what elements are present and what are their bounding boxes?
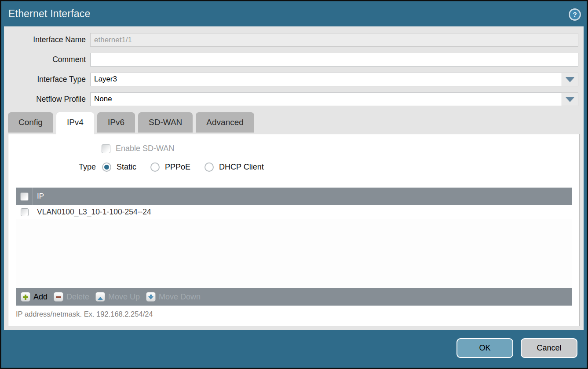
ip-table: IP VLAN0100_L3_10-1-100-254--24 Add xyxy=(16,188,572,306)
dialog-body-panel: Interface Name Comment Interface Type La… xyxy=(4,26,584,330)
chevron-down-icon xyxy=(566,77,574,82)
interface-type-row: Interface Type Layer3 xyxy=(4,73,578,86)
move-up-button-label: Move Up xyxy=(108,292,140,302)
tab-ipv4[interactable]: IPv4 xyxy=(56,112,94,136)
add-button-label: Add xyxy=(33,292,47,302)
row-checkbox[interactable] xyxy=(21,208,29,216)
interface-type-label: Interface Type xyxy=(4,75,90,84)
tab-ipv6[interactable]: IPv6 xyxy=(97,112,135,133)
plus-icon xyxy=(21,292,30,302)
chevron-down-icon xyxy=(566,97,574,102)
ip-table-header: IP xyxy=(16,188,572,205)
tab-sd-wan[interactable]: SD-WAN xyxy=(138,112,193,133)
radio-dhcp-client-label: DHCP Client xyxy=(219,162,264,172)
comment-row: Comment xyxy=(4,53,578,66)
table-row[interactable]: VLAN0100_L3_10-1-100-254--24 xyxy=(16,205,572,219)
radio-button-icon xyxy=(205,162,214,172)
move-down-button-label: Move Down xyxy=(159,292,201,302)
type-radio-group: Type Static PPPoE DHCP Client xyxy=(79,162,278,172)
comment-field[interactable] xyxy=(90,53,578,66)
ip-format-hint: IP address/netmask. Ex. 192.168.2.254/24 xyxy=(16,310,153,318)
select-all-checkbox[interactable] xyxy=(20,192,29,201)
enable-sdwan-label: Enable SD-WAN xyxy=(116,144,174,153)
interface-name-row: Interface Name xyxy=(4,33,578,47)
cancel-button[interactable]: Cancel xyxy=(521,338,577,358)
tab-advanced[interactable]: Advanced xyxy=(196,112,254,133)
netflow-profile-label: Netflow Profile xyxy=(4,95,90,104)
radio-pppoe[interactable]: PPPoE xyxy=(150,162,190,172)
radio-static[interactable]: Static xyxy=(102,162,136,172)
type-label: Type xyxy=(79,162,96,172)
interface-type-value[interactable]: Layer3 xyxy=(90,73,562,86)
ethernet-interface-dialog: Ethernet Interface ? Interface Name Comm… xyxy=(0,0,588,369)
row-ip-value: VLAN0100_L3_10-1-100-254--24 xyxy=(33,207,151,217)
move-down-button: Move Down xyxy=(146,292,201,302)
delete-button-label: Delete xyxy=(66,292,89,302)
delete-button: Delete xyxy=(54,292,89,302)
radio-pppoe-label: PPPoE xyxy=(165,162,190,172)
ip-column-header: IP xyxy=(33,192,44,201)
netflow-profile-value[interactable]: None xyxy=(90,92,562,106)
enable-sdwan-row: Enable SD-WAN xyxy=(102,144,174,153)
tab-config[interactable]: Config xyxy=(8,112,53,133)
ipv4-tab-panel: Enable SD-WAN Type Static PPPoE DHCP Cli… xyxy=(8,134,580,326)
table-empty-area xyxy=(16,219,572,288)
add-button[interactable]: Add xyxy=(21,292,47,302)
minus-icon xyxy=(54,292,63,302)
arrow-up-icon xyxy=(95,292,105,302)
interface-name-field xyxy=(90,33,578,47)
interface-type-dropdown-button[interactable] xyxy=(562,73,578,86)
netflow-profile-row: Netflow Profile None xyxy=(4,92,578,106)
move-up-button: Move Up xyxy=(95,292,140,302)
radio-static-label: Static xyxy=(117,162,136,172)
dialog-title-bar: Ethernet Interface ? xyxy=(1,1,587,26)
arrow-down-icon xyxy=(146,292,156,302)
comment-label: Comment xyxy=(4,55,90,64)
radio-button-icon xyxy=(102,162,111,172)
tab-strip: Config IPv4 IPv6 SD-WAN Advanced xyxy=(8,112,254,134)
interface-name-label: Interface Name xyxy=(4,35,90,44)
netflow-profile-dropdown-button[interactable] xyxy=(562,92,578,106)
ok-button[interactable]: OK xyxy=(457,338,513,358)
dialog-footer: OK Cancel xyxy=(457,338,577,358)
radio-dhcp-client[interactable]: DHCP Client xyxy=(205,162,264,172)
page-title: Ethernet Interface xyxy=(8,1,90,26)
enable-sdwan-checkbox xyxy=(102,144,110,153)
radio-button-icon xyxy=(150,162,160,172)
help-icon[interactable]: ? xyxy=(569,8,581,21)
table-toolbar: Add Delete Move Up Move Down xyxy=(16,288,572,306)
